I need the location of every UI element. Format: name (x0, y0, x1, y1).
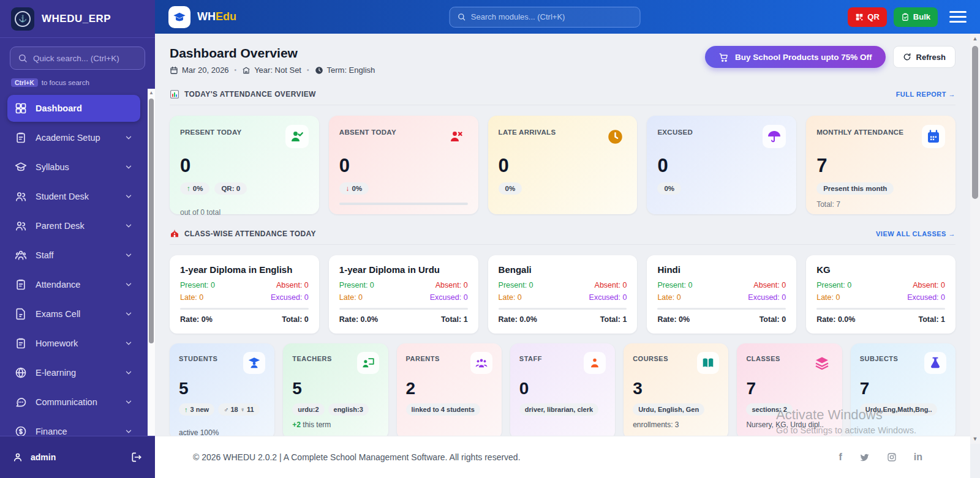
entity-stats-cards: STUDENTS 5 ↑3 new ♂ 18 ♀ 11 active 100% … (170, 343, 956, 439)
buy-products-button[interactable]: Buy School Products upto 75% Off (705, 46, 886, 68)
app-brand: WHEdu (168, 6, 236, 28)
teachers-english-badge: english:3 (328, 403, 369, 416)
clipboard-icon (15, 337, 27, 349)
bulk-button[interactable]: Bulk (894, 7, 938, 27)
class-rate: Rate: 0.0% (339, 315, 378, 324)
facebook-icon[interactable]: f (839, 452, 842, 463)
full-report-link[interactable]: FULL REPORT → (896, 91, 956, 98)
modules-search[interactable] (449, 7, 640, 28)
sidebar-item-exams-cell[interactable]: Exams Cell (7, 301, 140, 327)
parents-card[interactable]: PARENTS 2 linked to 4 students (397, 343, 502, 439)
absent-count: 0 (339, 156, 468, 175)
courses-card[interactable]: COURSES 3 Urdu, English, Gen enrollments… (624, 343, 728, 439)
linkedin-icon[interactable]: in (914, 452, 922, 463)
excused-card[interactable]: EXCUSED 0 0% (647, 116, 796, 214)
absent-trend-badge: ↓0% (339, 182, 369, 195)
users-icon (15, 220, 27, 232)
dollar-circle-icon (15, 425, 27, 436)
class-card[interactable]: 1-year Diploma in Urdu Present: 0Absent:… (329, 255, 478, 334)
sidebar-scrollbar-thumb[interactable] (149, 99, 154, 343)
current-term: Term: English (327, 65, 375, 75)
logout-icon[interactable] (130, 451, 143, 463)
qr-button[interactable]: QR (848, 7, 887, 27)
chevron-down-icon (124, 133, 133, 142)
graduation-cap-icon (173, 10, 186, 24)
qr-count-badge: QR: 0 (214, 182, 247, 195)
clipboard-icon (15, 132, 27, 144)
gender-badge: ♂ 18 ♀ 11 (218, 403, 260, 416)
sidebar-item-academic-setup[interactable]: Academic Setup (7, 124, 140, 151)
chevron-down-icon (124, 163, 133, 171)
attendance-cards: PRESENT TODAY 0 ↑0% QR: 0 out of 0 total… (170, 116, 956, 214)
present-today-card[interactable]: PRESENT TODAY 0 ↑0% QR: 0 out of 0 total (170, 116, 319, 214)
teachers-note: +2 this term (292, 420, 379, 429)
class-rate: Rate: 0% (657, 315, 690, 324)
sidebar-item-elearning[interactable]: E-learning (7, 359, 140, 386)
students-card[interactable]: STUDENTS 5 ↑3 new ♂ 18 ♀ 11 active 100% (170, 343, 274, 439)
chevron-down-icon (124, 368, 133, 377)
chevron-down-icon (124, 192, 133, 201)
parents-badge: linked to 4 students (406, 403, 480, 416)
twitter-icon[interactable] (859, 452, 870, 463)
bar-chart-icon (170, 89, 179, 99)
excused-percent-badge: 0% (657, 182, 681, 195)
sidebar-item-dashboard[interactable]: Dashboard (7, 95, 140, 122)
main-content: Dashboard Overview Mar 20, 2026 • Year: … (155, 34, 970, 478)
courses-badge: Urdu, English, Gen (633, 403, 704, 416)
class-card[interactable]: Bengali Present: 0Absent: 0 Late: 0Excus… (488, 255, 638, 334)
students-count: 5 (179, 380, 265, 397)
scroll-up-arrow[interactable]: ▲ (970, 34, 980, 43)
class-card[interactable]: KG Present: 0Absent: 0 Late: 0Excused: 0… (806, 255, 956, 334)
chevron-down-icon (124, 427, 133, 436)
class-card[interactable]: Hindi Present: 0Absent: 0 Late: 0Excused… (647, 255, 796, 334)
sidebar-item-parent-desk[interactable]: Parent Desk (7, 212, 140, 239)
main-scrollbar-thumb[interactable] (972, 46, 978, 199)
sidebar-item-syllabus[interactable]: Syllabus (7, 154, 140, 181)
page-title: Dashboard Overview (170, 46, 375, 61)
class-rate: Rate: 0% (180, 315, 213, 324)
classes-card[interactable]: CLASSES 7 sections: 2 Nursery, KG, Urdu … (737, 343, 842, 439)
calendar-icon (922, 125, 945, 148)
absent-progress-bar (339, 203, 468, 205)
teachers-card[interactable]: TEACHERS 5 urdu:2 english:3 +2 this term (283, 343, 388, 439)
sidebar-item-attendance[interactable]: Attendance (7, 271, 140, 298)
absent-today-card[interactable]: ABSENT TODAY 0 ↓0% (329, 116, 478, 214)
present-note: out of 0 total (180, 208, 309, 217)
sidebar-item-staff[interactable]: Staff (7, 242, 140, 269)
sidebar-item-homework[interactable]: Homework (7, 330, 140, 357)
scroll-up-arrow[interactable]: ▲ (148, 89, 155, 97)
attendance-section-title: TODAY'S ATTENDANCE OVERVIEW (184, 90, 316, 99)
class-card[interactable]: 1-year Diploma in English Present: 0Abse… (170, 255, 319, 334)
sidebar-search[interactable] (10, 47, 145, 70)
classwise-section-header: CLASS-WISE ATTENDANCE TODAY VIEW ALL CLA… (170, 229, 956, 245)
sidebar-scrollbar[interactable]: ▲ (148, 89, 155, 436)
late-arrivals-card[interactable]: LATE ARRIVALS 0 0% (488, 116, 638, 214)
sidebar: ⚓ WHEDU_ERP Ctrl+K to focus search Dashb… (0, 0, 155, 478)
sidebar-brand: ⚓ WHEDU_ERP (0, 0, 155, 38)
late-count: 0 (499, 156, 627, 175)
top-navbar: WHEdu QR Bulk (155, 0, 980, 34)
subjects-card[interactable]: SUBJECTS 7 Urdu,Eng,Math,Bng.. (851, 343, 956, 439)
refresh-button[interactable]: Refresh (893, 46, 956, 68)
modules-search-input[interactable] (471, 12, 632, 21)
monthly-attendance-card[interactable]: MONTHLY ATTENDANCE 7 Present this month … (806, 116, 956, 214)
sidebar-user-footer: admin (0, 436, 155, 478)
teachers-urdu-badge: urdu:2 (292, 403, 324, 416)
instagram-icon[interactable] (887, 452, 897, 462)
menu-toggle-icon[interactable] (949, 11, 967, 23)
teachers-count: 5 (292, 380, 379, 397)
ctrl-k-key: Ctrl+K (11, 78, 38, 87)
courses-note: enrollments: 3 (633, 420, 719, 429)
sidebar-item-student-desk[interactable]: Student Desk (7, 183, 140, 210)
sections-badge: sections: 2 (746, 403, 792, 416)
main-scrollbar[interactable]: ▲ ▼ (970, 34, 980, 444)
staff-card[interactable]: STAFF 0 driver, librarian, clerk (510, 343, 615, 439)
sidebar-item-finance[interactable]: Finance (7, 418, 140, 436)
sidebar-item-communication[interactable]: Communication (7, 389, 140, 416)
view-all-classes-link[interactable]: VIEW ALL CLASSES → (876, 230, 956, 237)
sidebar-search-input[interactable] (33, 54, 137, 63)
class-rate: Rate: 0.0% (816, 315, 855, 324)
family-group-icon (470, 352, 492, 374)
classwise-cards: 1-year Diploma in English Present: 0Abse… (170, 255, 956, 334)
scroll-down-arrow[interactable]: ▼ (970, 434, 980, 444)
